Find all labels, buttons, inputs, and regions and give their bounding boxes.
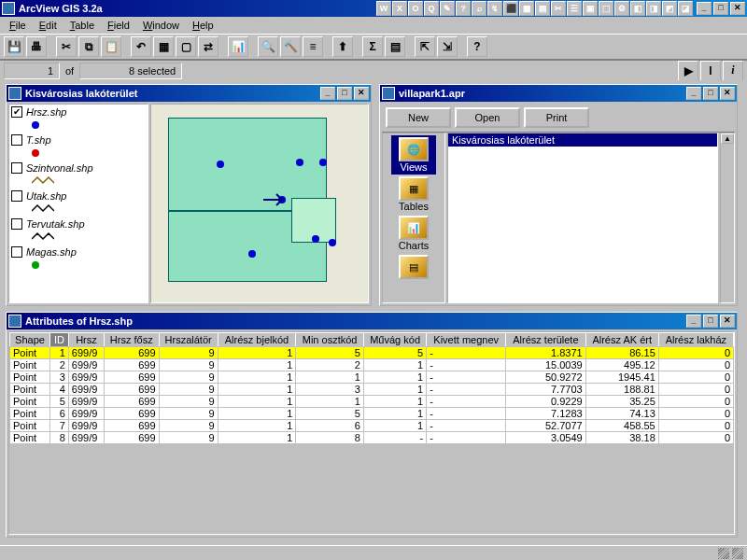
table-cell[interactable]: 0.9229 (506, 396, 586, 408)
switch-selection-button[interactable]: ⇄ (198, 36, 218, 57)
project-item-list[interactable]: Kisvárosias lakóterület (447, 133, 718, 303)
table-cell[interactable]: Point (10, 371, 50, 384)
table-cell[interactable]: 1 (363, 384, 426, 396)
table-cell[interactable]: 9 (159, 347, 218, 359)
layer-checkbox[interactable] (11, 218, 22, 230)
table-cell[interactable]: 5 (296, 347, 364, 359)
table-cell[interactable]: 2 (49, 359, 68, 371)
table-cell[interactable]: 699 (105, 432, 159, 444)
table-cell[interactable]: 6 (49, 408, 68, 420)
menu-edit[interactable]: Edit (34, 19, 63, 32)
project-close[interactable]: ✕ (720, 87, 735, 100)
table-cell[interactable]: - (427, 371, 506, 384)
table-cell[interactable]: - (427, 408, 506, 420)
table-cell[interactable]: 1 (363, 420, 426, 432)
promote-button[interactable]: ⬆ (332, 36, 353, 57)
pointer-tool[interactable]: ▶ (678, 61, 698, 81)
tray-icon[interactable]: ⌕ (472, 1, 486, 16)
sort-desc-button[interactable]: ⇲ (437, 36, 458, 57)
table-cell[interactable]: 8 (49, 432, 68, 444)
project-maximize[interactable]: □ (703, 87, 718, 100)
tray-icon[interactable]: ◧ (630, 1, 645, 16)
category-views[interactable]: 🌐Views (391, 135, 436, 175)
table-close[interactable]: ✕ (720, 315, 735, 328)
view-minimize[interactable]: _ (320, 87, 335, 100)
save-button[interactable]: 💾 (4, 36, 24, 57)
table-cell[interactable]: 0 (658, 396, 733, 408)
table-cell[interactable]: 0 (658, 420, 733, 432)
table-cell[interactable]: 699 (105, 347, 159, 359)
table-cell[interactable]: 0 (658, 347, 733, 359)
project-print-button[interactable]: Print (524, 107, 589, 128)
layer-checkbox[interactable] (11, 246, 22, 258)
feature-point[interactable] (319, 159, 327, 166)
sort-asc-button[interactable]: ⇱ (415, 36, 435, 57)
table-scroll[interactable]: ShapeIDHrszHrsz főszHrszalátörAlrész bje… (8, 331, 735, 535)
sum-button[interactable]: Σ (362, 36, 383, 57)
table-cell[interactable]: 699/9 (68, 420, 104, 432)
layer-checkbox[interactable]: ✔ (11, 106, 22, 118)
table-cell[interactable]: 1 (218, 347, 296, 359)
table-cell[interactable]: 1945.41 (585, 371, 658, 384)
calculate-button[interactable]: ≡ (303, 36, 323, 57)
layer-item[interactable]: Magas.shp (11, 246, 146, 258)
project-new-button[interactable]: New (386, 107, 451, 128)
table-minimize[interactable]: _ (686, 315, 701, 328)
view-maximize[interactable]: □ (337, 87, 352, 100)
column-header[interactable]: Alrész AK ért (585, 333, 658, 347)
table-cell[interactable]: Point (10, 432, 50, 444)
paste-button[interactable]: 📋 (101, 36, 121, 57)
table-cell[interactable]: 5 (296, 408, 364, 420)
table-cell[interactable]: 9 (159, 396, 218, 408)
table-cell[interactable]: 1 (218, 371, 296, 384)
table-cell[interactable]: 86.15 (585, 347, 658, 359)
table-cell[interactable]: 52.7077 (506, 420, 586, 432)
table-cell[interactable]: 1 (296, 396, 364, 408)
table-cell[interactable]: - (427, 396, 506, 408)
table-cell[interactable]: 9 (159, 420, 218, 432)
tray-icon[interactable]: ◨ (646, 1, 661, 16)
table-cell[interactable]: 7.1283 (506, 408, 586, 420)
tray-icon[interactable]: ✂ (551, 1, 566, 16)
tray-icon[interactable]: ☰ (567, 1, 582, 16)
feature-point[interactable] (296, 159, 303, 166)
table-cell[interactable]: - (427, 347, 506, 359)
maximize-button[interactable]: □ (713, 2, 728, 15)
category-layouts[interactable]: ▤ (391, 253, 436, 281)
table-cell[interactable]: Point (10, 420, 50, 432)
layer-checkbox[interactable] (11, 134, 22, 146)
feature-point[interactable] (329, 239, 336, 246)
table-cell[interactable]: 699/9 (68, 408, 104, 420)
table-cell[interactable]: 4 (49, 384, 68, 396)
table-row[interactable]: Point2699/96999121-15.0039495.120 (10, 359, 734, 371)
table-cell[interactable]: 9 (159, 432, 218, 444)
minimize-button[interactable]: _ (697, 2, 712, 15)
layer-item[interactable]: T.shp (11, 134, 146, 146)
table-cell[interactable]: 699 (105, 384, 159, 396)
column-header[interactable]: Művág kód (363, 333, 426, 347)
tray-icon[interactable]: ▦ (519, 1, 534, 16)
menu-field[interactable]: Field (102, 19, 135, 32)
table-cell[interactable]: - (427, 359, 506, 371)
table-cell[interactable]: 50.9272 (506, 371, 586, 384)
column-header[interactable]: Alrész területe (506, 333, 586, 347)
table-cell[interactable]: 699/9 (68, 347, 104, 359)
table-row[interactable]: Point5699/96999111-0.922935.250 (10, 396, 734, 408)
select-none-button[interactable]: ▢ (176, 36, 196, 57)
table-cell[interactable]: 1 (363, 371, 426, 384)
project-titlebar[interactable]: villapark1.apr _ □ ✕ (380, 85, 737, 102)
copy-button[interactable]: ⧉ (78, 36, 99, 57)
table-cell[interactable]: 6 (296, 420, 364, 432)
table-cell[interactable]: 5 (49, 396, 68, 408)
table-row[interactable]: Point7699/96999161-52.7077458.550 (10, 420, 734, 432)
table-cell[interactable]: 699 (105, 408, 159, 420)
tray-icon[interactable]: ⬚ (599, 1, 613, 16)
table-cell[interactable]: - (363, 432, 426, 444)
table-cell[interactable]: Point (10, 396, 50, 408)
edit-tool[interactable]: I (700, 61, 721, 81)
menu-help[interactable]: Help (187, 19, 219, 32)
attribute-table[interactable]: ShapeIDHrszHrsz főszHrszalátörAlrész bje… (9, 332, 734, 444)
table-row[interactable]: Point1699/96999155-1.837186.150 (10, 347, 734, 359)
find-button[interactable]: 🔍 (258, 36, 278, 57)
category-charts[interactable]: 📊Charts (391, 214, 436, 253)
